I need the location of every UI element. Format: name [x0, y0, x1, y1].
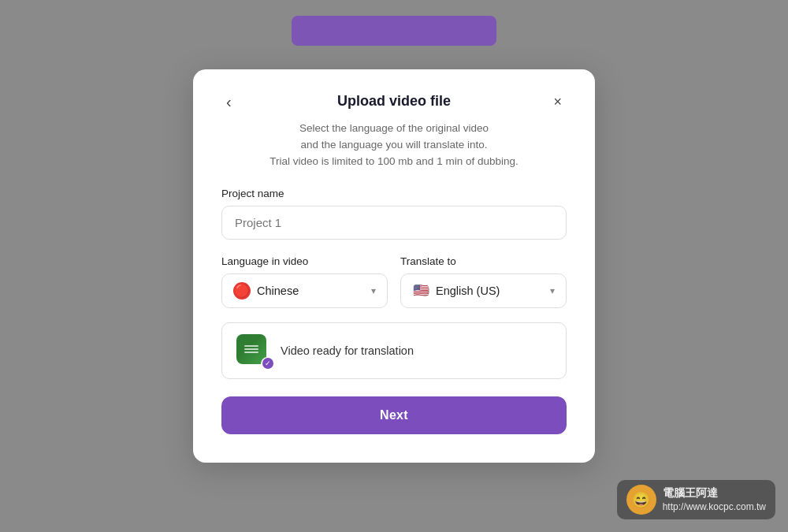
watermark-url: http://www.kocpc.com.tw	[663, 500, 766, 514]
next-button[interactable]: Next	[221, 396, 567, 434]
translate-to-label: Translate to	[400, 255, 567, 267]
watermark-avatar: 😄	[626, 485, 656, 515]
close-button[interactable]: ×	[548, 93, 567, 110]
video-ready-box: ✓ Video ready for translation	[221, 322, 567, 379]
us-flag-icon: 🇺🇸	[412, 282, 429, 299]
language-in-video-dropdown[interactable]: 🔴 Chinese ▾	[221, 273, 388, 308]
dropdowns-row: Language in video 🔴 Chinese ▾ Translate …	[221, 255, 567, 308]
chinese-flag-icon: 🔴	[233, 282, 251, 299]
source-language-value: Chinese	[257, 285, 299, 297]
target-language-value: English (US)	[436, 285, 500, 297]
upload-modal: ‹ Upload video file × Select the languag…	[193, 69, 595, 463]
modal-header: ‹ Upload video file ×	[221, 93, 567, 110]
translate-to-group: Translate to 🇺🇸 English (US) ▾	[400, 255, 567, 308]
chevron-down-icon-2: ▾	[550, 285, 555, 296]
back-button[interactable]: ‹	[221, 92, 236, 111]
watermark: 😄 電腦王阿達 http://www.kocpc.com.tw	[617, 480, 775, 519]
language-in-video-label: Language in video	[221, 255, 388, 267]
video-icon-wrap: ✓	[236, 334, 269, 367]
modal-title: Upload video file	[337, 93, 451, 110]
watermark-title: 電腦王阿達	[663, 485, 766, 501]
subtitle-line2: and the language you will translate into…	[300, 139, 487, 151]
subtitle-line1: Select the language of the original vide…	[299, 122, 489, 134]
chevron-down-icon: ▾	[371, 285, 376, 296]
modal-subtitle: Select the language of the original vide…	[221, 121, 567, 170]
checkmark-badge: ✓	[261, 357, 274, 370]
project-name-label: Project name	[221, 188, 567, 199]
project-name-input[interactable]	[221, 206, 567, 240]
video-ready-text: Video ready for translation	[281, 344, 414, 357]
checkmark-icon: ✓	[262, 358, 273, 369]
top-bar-decoration	[292, 16, 496, 46]
language-in-video-group: Language in video 🔴 Chinese ▾	[221, 255, 388, 308]
subtitle-line3: Trial video is limited to 100 mb and 1 m…	[269, 155, 518, 167]
translate-to-dropdown[interactable]: 🇺🇸 English (US) ▾	[400, 273, 567, 308]
